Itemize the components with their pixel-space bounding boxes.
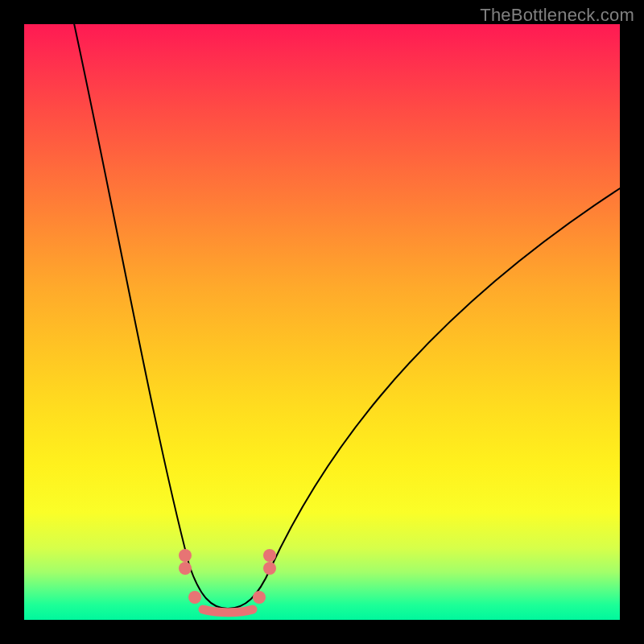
marker-point [188, 591, 201, 604]
watermark-text: TheBottleneck.com [480, 5, 634, 26]
marker-point [253, 591, 266, 604]
marker-point [263, 562, 276, 575]
trough-markers [179, 549, 276, 613]
chart-frame: TheBottleneck.com [0, 0, 644, 644]
plot-area [24, 24, 620, 620]
marker-point [179, 562, 192, 575]
trough-stroke [203, 609, 253, 613]
bottleneck-curve [72, 24, 620, 609]
marker-point [263, 549, 276, 562]
chart-svg [24, 24, 620, 620]
marker-point [179, 549, 192, 562]
